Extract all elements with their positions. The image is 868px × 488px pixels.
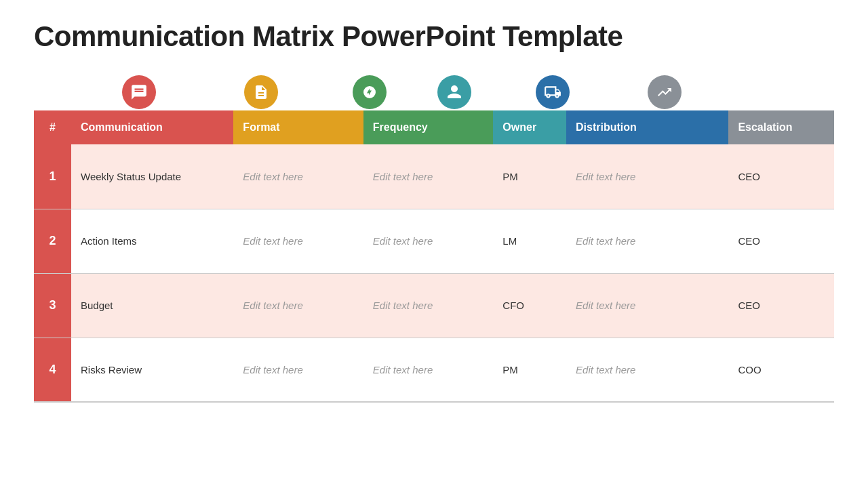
row-number: 2 <box>34 209 71 273</box>
row-escalation[interactable]: CEO <box>728 273 834 338</box>
row-owner[interactable]: PM <box>493 338 566 402</box>
format-icon <box>244 75 278 109</box>
row-distribution[interactable]: Edit text here <box>566 144 728 209</box>
row-number: 3 <box>34 273 71 338</box>
owner-icon-cell <box>424 73 485 110</box>
col-header-format: Format <box>233 110 363 144</box>
col-header-frequency: Frequency <box>363 110 493 144</box>
communication-icon <box>122 75 156 109</box>
row-escalation[interactable]: CEO <box>728 209 834 273</box>
page: Communication Matrix PowerPoint Template <box>0 0 868 488</box>
col-header-communication: Communication <box>71 110 233 144</box>
row-format[interactable]: Edit text here <box>233 338 363 402</box>
row-format[interactable]: Edit text here <box>233 209 363 273</box>
row-distribution[interactable]: Edit text here <box>566 209 728 273</box>
matrix-table: # Communication Format Frequency Owner D… <box>34 110 834 403</box>
communication-icon-cell <box>71 73 207 110</box>
row-owner[interactable]: LM <box>493 209 566 273</box>
row-frequency[interactable]: Edit text here <box>363 273 493 338</box>
row-escalation[interactable]: COO <box>728 338 834 402</box>
distribution-icon <box>536 75 570 109</box>
frequency-icon <box>353 75 387 109</box>
col-header-distribution: Distribution <box>566 110 728 144</box>
row-frequency[interactable]: Edit text here <box>363 144 493 209</box>
table-row: 1Weekly Status UpdateEdit text hereEdit … <box>34 144 834 209</box>
table-row: 4Risks ReviewEdit text hereEdit text her… <box>34 338 834 402</box>
row-distribution[interactable]: Edit text here <box>566 273 728 338</box>
table-wrapper: # Communication Format Frequency Owner D… <box>34 73 834 403</box>
row-communication[interactable]: Risks Review <box>71 338 233 402</box>
row-distribution[interactable]: Edit text here <box>566 338 728 402</box>
icon-row <box>34 73 834 110</box>
escalation-icon <box>648 75 682 109</box>
row-frequency[interactable]: Edit text here <box>363 338 493 402</box>
table-header-row: # Communication Format Frequency Owner D… <box>34 110 834 144</box>
col-header-owner: Owner <box>493 110 566 144</box>
owner-icon <box>437 75 471 109</box>
row-owner[interactable]: PM <box>493 144 566 209</box>
row-communication[interactable]: Action Items <box>71 209 233 273</box>
row-communication[interactable]: Budget <box>71 273 233 338</box>
row-communication[interactable]: Weekly Status Update <box>71 144 233 209</box>
table-row: 2Action ItemsEdit text hereEdit text her… <box>34 209 834 273</box>
col-header-escalation: Escalation <box>728 110 834 144</box>
row-number: 4 <box>34 338 71 402</box>
escalation-icon-cell <box>620 73 709 110</box>
distribution-icon-cell <box>485 73 620 110</box>
row-escalation[interactable]: CEO <box>728 144 834 209</box>
page-title: Communication Matrix PowerPoint Template <box>34 20 834 53</box>
row-format[interactable]: Edit text here <box>233 273 363 338</box>
table-row: 3BudgetEdit text hereEdit text hereCFOEd… <box>34 273 834 338</box>
col-header-num: # <box>34 110 71 144</box>
row-format[interactable]: Edit text here <box>233 144 363 209</box>
row-frequency[interactable]: Edit text here <box>363 209 493 273</box>
frequency-icon-cell <box>315 73 424 110</box>
row-number: 1 <box>34 144 71 209</box>
row-owner[interactable]: CFO <box>493 273 566 338</box>
format-icon-cell <box>207 73 315 110</box>
